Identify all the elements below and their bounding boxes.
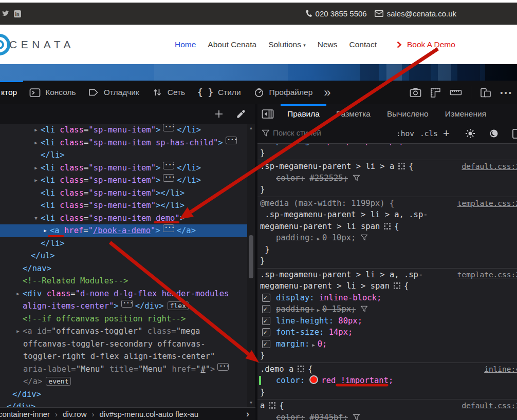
expand-value-icon[interactable]: ▶ xyxy=(312,342,315,348)
stylesheet-link[interactable]: default.css:1 xyxy=(462,161,517,173)
nav-item-contact[interactable]: Contact xyxy=(349,40,377,49)
breadcrumb-item[interactable]: container-inner xyxy=(0,410,50,418)
light-scheme-icon[interactable] xyxy=(465,124,476,143)
declaration-checkbox[interactable] xyxy=(262,328,270,336)
markup-node[interactable]: ▶<li class="sp-menu-item"></li> xyxy=(0,162,247,175)
markup-node[interactable]: <!--if offcanvas position right--> xyxy=(0,313,247,326)
css-declaration[interactable]: color: #252525; xyxy=(257,173,517,184)
event-badge[interactable]: event xyxy=(46,377,71,386)
tab-rules[interactable]: Правила xyxy=(279,104,328,124)
overridden-filter-icon[interactable] xyxy=(360,306,368,312)
overridden-filter-icon[interactable] xyxy=(360,234,368,241)
collapse-sidebar-icon[interactable] xyxy=(257,104,279,124)
tab-styles[interactable]: { } Стили xyxy=(191,81,247,104)
selector-text[interactable]: .sp-megamenu-parent > li > a, .sp- xyxy=(260,210,428,219)
add-rule-button[interactable]: + xyxy=(443,124,450,143)
expand-twisty-icon[interactable]: ▼ xyxy=(32,212,40,225)
tab-network[interactable]: Сеть xyxy=(145,81,191,104)
ellipsis-badge[interactable] xyxy=(121,300,133,308)
selector-text[interactable]: .sp-megamenu-parent > li > a, .sp- xyxy=(260,270,423,279)
print-media-icon[interactable] xyxy=(512,124,517,143)
expand-twisty-icon[interactable]: ▶ xyxy=(32,162,40,175)
book-a-demo-button[interactable]: Book A Demo xyxy=(397,40,455,49)
measure-icon[interactable] xyxy=(430,87,441,98)
selector-text[interactable]: megamenu-parent > li > span xyxy=(260,281,390,291)
markup-node[interactable]: </nav> xyxy=(0,262,247,275)
ellipsis-badge[interactable] xyxy=(163,174,174,182)
declaration-checkbox[interactable] xyxy=(262,305,270,313)
markup-node[interactable]: <li class="sp-menu-item"></li> xyxy=(0,187,247,200)
ellipsis-badge[interactable] xyxy=(163,162,174,169)
twitter-icon[interactable] xyxy=(2,10,9,17)
markup-node[interactable]: offcanvas-toggler-secondary offcanvas- xyxy=(0,338,247,351)
declaration-checkbox[interactable] xyxy=(262,317,270,325)
declaration-checkbox[interactable] xyxy=(262,294,270,302)
css-declaration[interactable]: display: inline-block; xyxy=(257,292,517,304)
markup-node[interactable]: <!--Related Modules--> xyxy=(0,275,247,288)
expand-twisty-icon[interactable]: ▶ xyxy=(14,288,22,300)
ellipsis-badge[interactable] xyxy=(163,124,174,131)
css-declaration[interactable]: padding:▶0 15px; xyxy=(257,303,517,315)
scroll-up-icon[interactable]: ▲ xyxy=(247,126,255,130)
nav-item-solutions[interactable]: Solutions ▾ xyxy=(268,40,306,49)
scroll-down-icon[interactable]: ▼ xyxy=(247,400,255,405)
tab-profiler[interactable]: Профайлер xyxy=(247,81,319,104)
markup-node[interactable]: align-items-center"></div>flex xyxy=(0,300,247,313)
markup-node[interactable]: toggler-right d-flex align-items-center" xyxy=(0,350,247,363)
css-declaration[interactable]: color: red !important; xyxy=(257,375,517,387)
markup-node[interactable]: <li class="sp-menu-item"></li> xyxy=(0,199,247,212)
tab-console[interactable]: Консоль xyxy=(23,81,82,104)
linkedin-icon[interactable]: in xyxy=(14,10,21,17)
expand-twisty-icon[interactable]: ▶ xyxy=(32,137,40,149)
tab-debugger[interactable]: Отладчик xyxy=(82,81,145,104)
markup-node[interactable]: ▶<li class="sp-menu-item"></li> xyxy=(0,174,247,187)
markup-node[interactable]: ▶<li class="sp-menu-item sp-has-child"> xyxy=(0,137,247,149)
selector-text[interactable]: .sp-megamenu-parent > li > a xyxy=(260,162,394,171)
ellipsis-badge[interactable] xyxy=(217,363,229,371)
stylesheet-link[interactable]: template.css:2 xyxy=(457,269,517,281)
css-declaration[interactable]: color: #0345bf; xyxy=(257,412,517,420)
scrollbar-thumb[interactable] xyxy=(249,235,253,278)
stylesheet-link[interactable]: template.css:2 xyxy=(457,198,517,209)
breadcrumb-scroll-icon[interactable]: › xyxy=(246,409,249,419)
ruler-icon[interactable] xyxy=(450,87,462,98)
meatballs-menu-icon[interactable]: ••• xyxy=(500,88,513,97)
toggle-classes-button[interactable]: .cls xyxy=(420,124,438,143)
markup-node[interactable]: </ul> xyxy=(0,250,247,262)
markup-node[interactable]: aria-label="Menu" title="Menu" href="#"> xyxy=(0,363,247,376)
expand-twisty-icon[interactable]: ▶ xyxy=(32,174,40,187)
nav-item-about[interactable]: About Cenata xyxy=(208,40,256,49)
styles-search-input[interactable]: Поиск стилей xyxy=(273,128,321,137)
css-declaration[interactable]: margin:▶0; xyxy=(257,338,517,350)
markup-scrollbar[interactable]: ▲ ▼ xyxy=(247,124,255,407)
brand-name[interactable]: CENATA xyxy=(9,25,75,64)
highlight-matches-icon[interactable] xyxy=(398,163,405,169)
color-swatch[interactable] xyxy=(309,375,318,384)
eyedropper-icon[interactable] xyxy=(235,108,247,120)
selector-text[interactable]: .demo a xyxy=(260,365,293,374)
markup-node[interactable]: ▶<li class="sp-menu-item"></li> xyxy=(0,124,247,137)
markup-node[interactable]: </div> xyxy=(0,388,247,401)
expand-twisty-icon[interactable]: ▶ xyxy=(32,124,40,137)
tab-changes[interactable]: Изменения xyxy=(437,104,494,124)
toggle-hover-button[interactable]: :hov xyxy=(396,124,414,143)
email-address[interactable]: sales@cenata.co.uk xyxy=(387,9,456,18)
expand-value-icon[interactable]: ▶ xyxy=(317,236,320,241)
overridden-filter-icon[interactable] xyxy=(353,175,360,181)
overridden-filter-icon[interactable] xyxy=(353,414,360,420)
more-tabs-chevrons[interactable]: » xyxy=(319,81,336,104)
stylesheet-link[interactable]: inline:4 xyxy=(484,364,517,375)
stylesheet-link[interactable]: default.css:1 xyxy=(462,400,517,412)
css-declaration[interactable]: font-size: 14px; xyxy=(257,327,517,338)
css-declaration[interactable]: padding:▶0 10px; xyxy=(257,232,517,244)
nav-item-home[interactable]: Home xyxy=(175,40,196,49)
markup-node[interactable]: </a>event xyxy=(0,375,247,388)
add-node-icon[interactable] xyxy=(214,109,224,119)
expand-twisty-icon[interactable]: ▶ xyxy=(14,325,22,338)
highlight-matches-icon[interactable] xyxy=(384,223,391,230)
css-declaration[interactable]: line-height: 80px; xyxy=(257,315,517,327)
highlight-matches-icon[interactable] xyxy=(394,282,400,289)
markup-node[interactable]: </li> xyxy=(0,149,247,162)
selector-text[interactable]: megamenu-parent > li span xyxy=(260,222,380,231)
flex-badge[interactable]: flex xyxy=(168,301,189,310)
